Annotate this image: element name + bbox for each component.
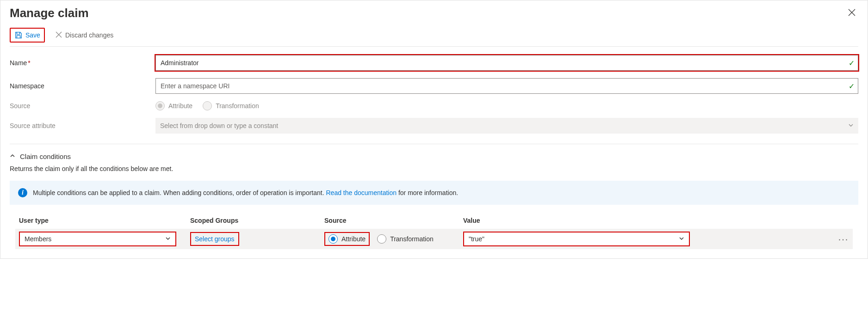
- condition-source-transformation[interactable]: Transformation: [377, 234, 434, 244]
- page-title: Manage claim: [10, 6, 89, 20]
- name-label: Name*: [10, 59, 155, 67]
- radio-icon: [155, 101, 165, 110]
- source-radio-group: Attribute Transformation: [155, 101, 259, 110]
- save-button[interactable]: Save: [10, 28, 45, 43]
- info-text: Multiple conditions can be applied to a …: [33, 189, 458, 196]
- save-icon: [14, 31, 23, 39]
- required-star: *: [28, 59, 30, 67]
- source-attribute-dropdown: Select from drop down or type a constant: [155, 118, 858, 134]
- chevron-down-icon: [679, 235, 684, 243]
- discard-label: Discard changes: [65, 31, 113, 39]
- info-banner: i Multiple conditions can be applied to …: [10, 181, 858, 205]
- panel-header: Manage claim: [10, 0, 858, 24]
- more-actions-button[interactable]: ···: [834, 234, 853, 245]
- source-radio-transformation: Transformation: [203, 101, 259, 110]
- conditions-header: User type Scoped Groups Source Value: [15, 217, 853, 229]
- info-icon: i: [18, 188, 27, 197]
- source-label: Source: [10, 102, 155, 110]
- save-label: Save: [25, 31, 40, 39]
- radio-icon: [377, 234, 386, 244]
- select-groups-link[interactable]: Select groups: [190, 232, 239, 246]
- radio-icon: [203, 101, 212, 110]
- col-user-type: User type: [19, 217, 190, 224]
- namespace-row: Namespace ✓: [10, 74, 858, 98]
- discard-icon: [55, 31, 62, 40]
- chevron-down-icon: [848, 122, 854, 129]
- condition-source-cell: Attribute Transformation: [324, 232, 463, 246]
- name-input[interactable]: [155, 55, 858, 71]
- divider: [10, 144, 858, 144]
- docs-link[interactable]: Read the documentation: [326, 189, 397, 196]
- condition-row: Members Select groups Attribute Transfor…: [15, 229, 853, 249]
- valid-check-icon: ✓: [849, 59, 855, 67]
- close-icon[interactable]: [845, 5, 858, 21]
- conditions-table: User type Scoped Groups Source Value Mem…: [15, 217, 853, 249]
- discard-button[interactable]: Discard changes: [51, 29, 117, 42]
- manage-claim-panel: Manage claim Save Discard changes Name* …: [0, 0, 868, 259]
- value-dropdown[interactable]: "true": [463, 232, 690, 246]
- chevron-up-icon: [10, 153, 15, 160]
- claim-conditions-description: Returns the claim only if all the condit…: [10, 165, 858, 172]
- claim-conditions-title: Claim conditions: [20, 153, 71, 160]
- col-scoped-groups: Scoped Groups: [190, 217, 324, 224]
- chevron-down-icon: [165, 235, 171, 243]
- radio-icon: [329, 234, 338, 244]
- valid-check-icon: ✓: [849, 82, 855, 91]
- condition-source-attribute[interactable]: Attribute: [324, 232, 370, 246]
- col-source: Source: [324, 217, 463, 224]
- source-attribute-label: Source attribute: [10, 122, 155, 129]
- namespace-input-wrap: ✓: [155, 78, 858, 94]
- user-type-dropdown[interactable]: Members: [19, 232, 176, 246]
- namespace-input[interactable]: [155, 78, 858, 94]
- claim-conditions-toggle[interactable]: Claim conditions: [10, 151, 71, 162]
- source-row: Source Attribute Transformation: [10, 98, 858, 114]
- source-radio-attribute: Attribute: [155, 101, 192, 110]
- namespace-label: Namespace: [10, 82, 155, 90]
- source-attribute-row: Source attribute Select from drop down o…: [10, 114, 858, 137]
- col-value: Value: [463, 217, 834, 224]
- name-input-wrap: ✓: [155, 55, 858, 71]
- name-row: Name* ✓: [10, 51, 858, 74]
- toolbar: Save Discard changes: [10, 24, 858, 47]
